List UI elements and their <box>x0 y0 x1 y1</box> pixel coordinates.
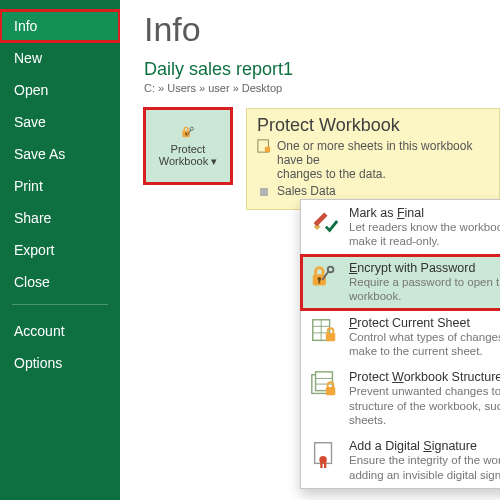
sidebar-separator <box>12 304 108 305</box>
menu-item-title: Encrypt with Password <box>349 261 500 275</box>
sidebar-item-new[interactable]: New <box>0 42 120 74</box>
menu-item-desc: Let readers know the workbook is final a… <box>349 220 500 249</box>
protect-workbook-info-title: Protect Workbook <box>257 115 489 136</box>
sidebar-item-save[interactable]: Save <box>0 106 120 138</box>
protected-sheet-name: Sales Data <box>277 184 336 198</box>
menu-item-title: Add a Digital Signature <box>349 439 500 453</box>
menu-item-desc: Control what types of changes people can… <box>349 330 500 359</box>
bullet-icon <box>260 188 268 196</box>
menu-item-title: Protect Current Sheet <box>349 316 500 330</box>
protect-workbook-button[interactable]: Protect Workbook ▾ <box>144 108 232 184</box>
sidebar-item-export[interactable]: Export <box>0 234 120 266</box>
menu-item-title: Protect Workbook Structure <box>349 370 500 384</box>
document-path: C: » Users » user » Desktop <box>144 82 500 94</box>
sidebar-item-info[interactable]: Info <box>0 10 120 42</box>
backstage-sidebar: Info New Open Save Save As Print Share E… <box>0 0 120 500</box>
menu-item-desc: Prevent unwanted changes to the structur… <box>349 384 500 427</box>
menu-item-title: Mark as Final <box>349 206 500 220</box>
menu-item-desc: Require a password to open this workbook… <box>349 275 500 304</box>
menu-item-protect-current-sheet[interactable]: Protect Current Sheet Control what types… <box>301 310 500 365</box>
pencil-check-icon <box>309 206 339 236</box>
workbook-lock-icon <box>309 370 339 400</box>
info-pane: Info Daily sales report1 C: » Users » us… <box>120 0 500 500</box>
sidebar-item-close[interactable]: Close <box>0 266 120 298</box>
svg-rect-11 <box>318 280 320 284</box>
svg-rect-8 <box>314 212 328 226</box>
protect-workbook-dropdown: Mark as Final Let readers know the workb… <box>300 199 500 489</box>
menu-item-encrypt-with-password[interactable]: Encrypt with Password Require a password… <box>301 255 500 310</box>
sidebar-item-options[interactable]: Options <box>0 347 120 379</box>
sidebar-item-saveas[interactable]: Save As <box>0 138 120 170</box>
menu-item-add-digital-signature[interactable]: Add a Digital Signature Ensure the integ… <box>301 433 500 488</box>
sheet-lock-icon <box>257 139 271 153</box>
sheet-lock-icon <box>309 316 339 346</box>
svg-rect-2 <box>186 134 187 136</box>
protect-workbook-button-label: Protect Workbook ▾ <box>149 143 227 167</box>
page-title: Info <box>144 10 500 49</box>
lock-key-icon <box>172 125 204 139</box>
sidebar-item-account[interactable]: Account <box>0 315 120 347</box>
svg-rect-23 <box>326 387 335 395</box>
lock-key-icon <box>309 261 339 291</box>
sidebar-item-share[interactable]: Share <box>0 202 120 234</box>
sidebar-item-print[interactable]: Print <box>0 170 120 202</box>
menu-item-mark-as-final[interactable]: Mark as Final Let readers know the workb… <box>301 200 500 255</box>
svg-rect-26 <box>320 462 322 469</box>
svg-rect-27 <box>324 462 326 469</box>
ribbon-certificate-icon <box>309 439 339 469</box>
protect-workbook-info-desc: One or more sheets in this workbook have… <box>277 139 489 181</box>
sidebar-item-open[interactable]: Open <box>0 74 120 106</box>
document-title: Daily sales report1 <box>144 59 500 80</box>
menu-item-protect-workbook-structure[interactable]: Protect Workbook Structure Prevent unwan… <box>301 364 500 433</box>
protect-workbook-infobox: Protect Workbook One or more sheets in t… <box>246 108 500 210</box>
svg-rect-6 <box>265 147 270 152</box>
menu-item-desc: Ensure the integrity of the workbook by … <box>349 453 500 482</box>
svg-rect-18 <box>326 332 335 340</box>
